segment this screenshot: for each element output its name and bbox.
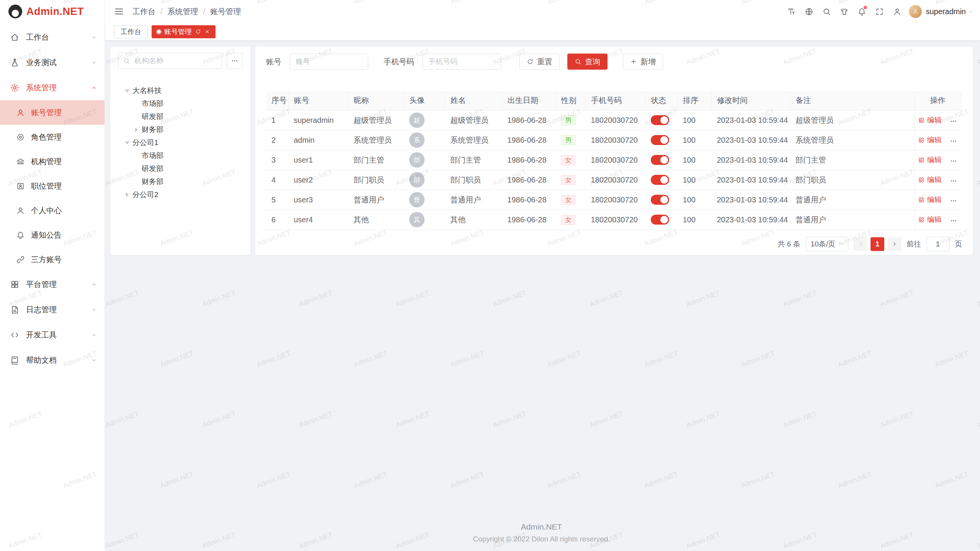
status-toggle[interactable] — [651, 115, 669, 125]
pagination-total: 共 6 条 — [777, 239, 800, 249]
person-button[interactable] — [888, 0, 906, 23]
user-menu[interactable]: superadmin — [909, 5, 973, 18]
status-toggle[interactable] — [651, 175, 669, 185]
more-actions-button[interactable] — [950, 217, 957, 225]
edit-label: 编辑 — [927, 195, 942, 205]
table-row: 5 user3 普通用户 普 普通用户 1986-06-28 女 1802003… — [266, 190, 962, 210]
edit-button[interactable]: 编辑 — [918, 175, 942, 185]
reset-button[interactable]: 重置 — [519, 54, 560, 70]
edit-button[interactable]: 编辑 — [918, 215, 942, 225]
sidebar-item-system-manage[interactable]: 系统管理 — [0, 75, 105, 100]
next-page-button[interactable] — [887, 237, 901, 251]
fullscreen-button[interactable] — [871, 0, 888, 23]
breadcrumb-item[interactable]: 账号管理 — [210, 7, 241, 17]
tree-node[interactable]: 分公司2 — [118, 188, 243, 201]
edit-button[interactable]: 编辑 — [918, 155, 942, 165]
sidebar-item-dev-tools[interactable]: 开发工具 — [0, 322, 105, 347]
tree-node[interactable]: 市场部 — [118, 97, 243, 110]
more-actions-button[interactable] — [950, 117, 957, 125]
select-chevron-down-icon — [839, 241, 844, 246]
caret-down-icon[interactable] — [122, 137, 132, 148]
logo-text: Admin.NET — [26, 6, 84, 18]
more-dots-icon — [950, 117, 957, 125]
text-size-button[interactable] — [782, 0, 800, 23]
caret-down-icon[interactable] — [122, 85, 132, 96]
edit-button[interactable]: 编辑 — [918, 135, 942, 145]
sidebar-item-log-manage[interactable]: 日志管理 — [0, 297, 105, 322]
caret-right-icon[interactable] — [122, 189, 132, 200]
sidebar-item-workbench[interactable]: 工作台 — [0, 24, 105, 50]
tree-node[interactable]: 研发部 — [118, 110, 243, 123]
goto-page-input[interactable] — [926, 237, 949, 251]
sidebar-item-help-docs[interactable]: 帮助文档 — [0, 347, 105, 373]
tab-account-manage[interactable]: 账号管理 — [152, 25, 216, 38]
link-icon — [16, 255, 25, 264]
tree-node[interactable]: 研发部 — [118, 162, 243, 175]
org-more-button[interactable] — [227, 53, 243, 69]
bell-button[interactable] — [853, 0, 871, 23]
more-actions-button[interactable] — [950, 197, 957, 205]
tree-node[interactable]: 财务部 — [118, 123, 243, 136]
more-actions-button[interactable] — [950, 137, 957, 145]
breadcrumb-item[interactable]: 工作台 — [132, 7, 155, 17]
toggle-knob — [660, 216, 668, 223]
edit-button[interactable]: 编辑 — [918, 115, 942, 125]
phone-input[interactable] — [423, 54, 501, 70]
more-actions-button[interactable] — [950, 157, 957, 165]
account-input[interactable] — [290, 54, 368, 70]
cell-modified-time: 2023-01-03 10:59:44 — [711, 210, 790, 230]
tab-close-button[interactable] — [204, 29, 210, 34]
sidebar-item-business-test[interactable]: 业务测试 — [0, 50, 105, 75]
sidebar-item-personal-center[interactable]: 个人中心 — [0, 198, 105, 223]
page-size-select[interactable]: 10条/页 — [806, 237, 848, 251]
goto-label: 前往 — [906, 239, 921, 249]
more-actions-button[interactable] — [950, 177, 957, 185]
globe-button[interactable] — [800, 0, 818, 23]
status-toggle[interactable] — [651, 195, 669, 205]
search-icon — [575, 58, 581, 65]
search-button[interactable] — [818, 0, 835, 23]
app-logo[interactable]: Admin.NET — [0, 0, 105, 23]
arrow-right-icon — [891, 241, 898, 247]
toggle-knob — [660, 156, 668, 164]
breadcrumb-separator: / — [160, 7, 163, 16]
cell-modified-time: 2023-01-03 10:59:44 — [711, 130, 790, 150]
search-button[interactable]: 查询 — [567, 54, 608, 70]
cell-sort: 100 — [677, 130, 711, 150]
tab-workbench[interactable]: 工作台 — [114, 25, 148, 38]
status-toggle[interactable] — [651, 135, 669, 145]
org-search-input[interactable] — [118, 53, 222, 69]
cell-index: 6 — [266, 210, 288, 230]
cell-birthday: 1986-06-28 — [502, 150, 555, 170]
prev-page-button[interactable] — [854, 237, 867, 251]
sidebar: Admin.NET 工作台 业务测试 系统管理 账号管理 角色管理 机构管理 — [0, 0, 105, 551]
sidebar-item-account-manage[interactable]: 账号管理 — [0, 100, 105, 125]
page-number-button[interactable]: 1 — [871, 237, 884, 251]
sidebar-item-role-manage[interactable]: 角色管理 — [0, 125, 105, 149]
tree-node[interactable]: 大名科技 — [118, 84, 243, 97]
caret-right-icon[interactable] — [131, 124, 142, 135]
tree-node[interactable]: 分公司1 — [118, 136, 243, 149]
sidebar-item-position-manage[interactable]: 职位管理 — [0, 174, 105, 198]
status-toggle[interactable] — [651, 155, 669, 165]
sidebar-item-platform-manage[interactable]: 平台管理 — [0, 272, 105, 297]
sidebar-item-org-manage[interactable]: 机构管理 — [0, 149, 105, 174]
table-row: 1 superadmin 超级管理员 超 超级管理员 1986-06-28 男 … — [266, 110, 962, 130]
cell-birthday: 1986-06-28 — [502, 190, 555, 210]
sidebar-item-notice[interactable]: 通知公告 — [0, 223, 105, 247]
username: superadmin — [926, 7, 966, 16]
tree-node[interactable]: 财务部 — [118, 175, 243, 188]
cell-sort: 100 — [677, 210, 711, 230]
status-toggle[interactable] — [651, 215, 669, 225]
edit-label: 编辑 — [927, 215, 942, 225]
edit-button[interactable]: 编辑 — [918, 195, 942, 205]
add-button[interactable]: 新增 — [623, 54, 663, 70]
breadcrumb-item[interactable]: 系统管理 — [168, 7, 198, 17]
collapse-menu-button[interactable] — [114, 7, 124, 16]
theme-button[interactable] — [835, 0, 853, 23]
tree-node[interactable]: 市场部 — [118, 149, 243, 162]
cell-nickname: 普通用户 — [348, 190, 404, 210]
tab-refresh-button[interactable] — [195, 29, 201, 34]
sidebar-item-third-account[interactable]: 三方账号 — [0, 247, 105, 272]
book-icon — [10, 355, 20, 365]
